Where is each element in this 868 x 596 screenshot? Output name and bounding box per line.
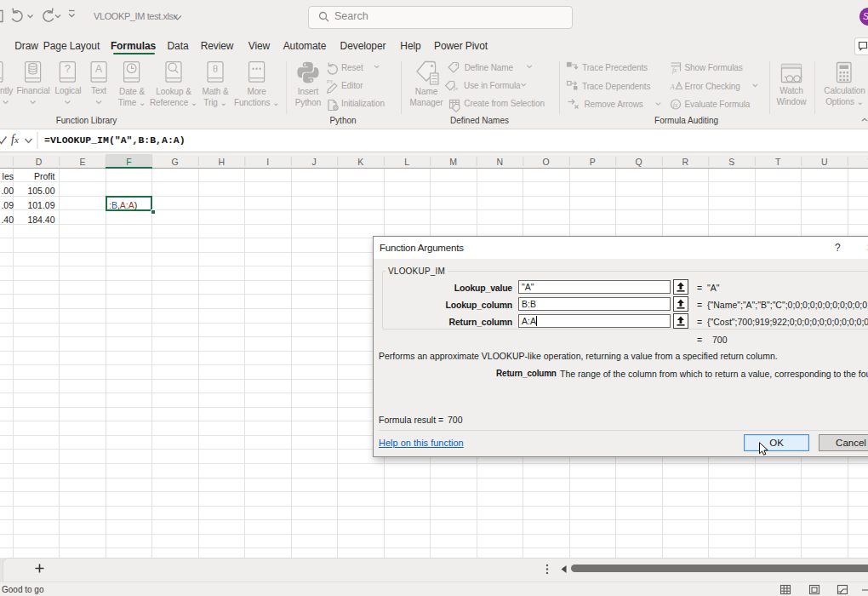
svg-text:fx: fx [672, 66, 677, 74]
svg-text:A: A [670, 83, 676, 91]
svg-text:fx: fx [454, 85, 459, 92]
svg-text:θ: θ [213, 63, 218, 75]
svg-text:PY: PY [327, 79, 334, 84]
svg-text:fx: fx [673, 101, 678, 109]
svg-text:?: ? [65, 62, 71, 75]
svg-text:A: A [95, 63, 102, 75]
